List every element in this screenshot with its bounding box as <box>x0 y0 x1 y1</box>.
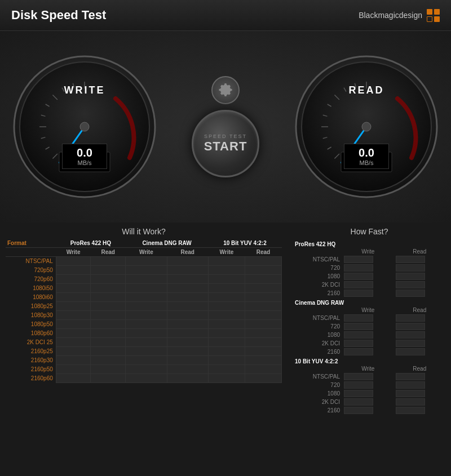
brand-logo: Blackmagicdesign <box>359 9 440 22</box>
read-gauge-wrapper: READ 0.0 MB/s <box>293 54 440 200</box>
data-cell <box>91 347 126 356</box>
how-fast-data-row: NTSC/PAL <box>293 255 445 264</box>
data-cell <box>245 302 281 311</box>
data-cell <box>245 347 281 356</box>
read-unit: MB/s <box>352 159 381 166</box>
format-cell: 2160p25 <box>6 347 56 356</box>
data-cell <box>167 284 208 293</box>
how-fast-cell <box>394 339 446 348</box>
col-yuv-read: Read <box>245 248 281 257</box>
data-cell <box>91 257 126 266</box>
brand-sq1 <box>427 9 432 15</box>
title-bar: Disk Speed Test Blackmagicdesign <box>0 0 451 31</box>
data-cell <box>56 329 91 338</box>
read-value-box: 0.0 MB/s <box>344 144 389 169</box>
format-cell: 2160p30 <box>6 356 56 365</box>
data-cell <box>167 302 208 311</box>
how-fast-cell <box>342 389 393 398</box>
table-row: 720p60 <box>6 275 282 284</box>
data-cell <box>208 284 245 293</box>
data-cell <box>126 356 167 365</box>
svg-point-16 <box>80 122 89 131</box>
how-fast-table: ProRes 422 HQWriteReadNTSC/PAL72010802K … <box>293 239 445 415</box>
data-cell <box>56 356 91 365</box>
brand-sq2 <box>434 9 440 15</box>
data-cell <box>126 257 167 266</box>
col-prores-write: Write <box>56 248 91 257</box>
format-cell: 1080p25 <box>6 302 56 311</box>
data-cell <box>208 275 245 284</box>
how-fast-header-row: WriteRead <box>293 306 445 314</box>
format-cell: 1080p60 <box>6 329 56 338</box>
center-controls: SPEED TEST START <box>192 76 259 177</box>
data-cell <box>208 365 245 374</box>
data-cell <box>208 302 245 311</box>
format-cell: 2K DCI 25 <box>6 338 56 347</box>
data-cell <box>245 356 281 365</box>
how-fast-header-row: WriteRead <box>293 248 445 255</box>
how-fast-cell <box>342 264 393 272</box>
how-fast-cell <box>394 389 446 398</box>
data-cell <box>245 338 281 347</box>
data-cell <box>91 293 126 302</box>
data-cell <box>126 284 167 293</box>
how-fast-header-row: WriteRead <box>293 365 445 372</box>
gear-icon <box>218 83 233 97</box>
data-cell <box>91 365 126 374</box>
how-fast-data-row: 2K DCI <box>293 281 445 289</box>
data-cell <box>245 275 281 284</box>
data-cell <box>167 374 208 383</box>
how-fast-cell <box>342 339 393 348</box>
how-fast-data-row: NTSC/PAL <box>293 372 445 381</box>
table-row: 1080i60 <box>6 293 282 302</box>
start-button[interactable]: SPEED TEST START <box>192 110 259 177</box>
col-yuv-write: Write <box>208 248 245 257</box>
svg-point-34 <box>362 122 371 131</box>
how-fast-cell <box>394 255 446 264</box>
data-cell <box>208 320 245 329</box>
how-fast-group-row: Cinema DNG RAW <box>293 297 445 306</box>
data-cell <box>126 347 167 356</box>
data-cell <box>208 356 245 365</box>
format-cell: 720p50 <box>6 266 56 275</box>
data-cell <box>167 356 208 365</box>
data-cell <box>91 311 126 320</box>
how-fast-cell <box>342 348 393 356</box>
gauges-container: WRITE 0.0 MB/s SPEED TEST START <box>11 54 440 200</box>
data-cell <box>167 275 208 284</box>
data-cell <box>245 374 281 383</box>
data-cell <box>208 329 245 338</box>
data-cell <box>245 311 281 320</box>
table-row: 2K DCI 25 <box>6 338 282 347</box>
data-cell <box>91 338 126 347</box>
how-fast-data-row: 1080 <box>293 389 445 398</box>
table-row: 2160p50 <box>6 365 282 374</box>
data-cell <box>245 329 281 338</box>
data-cell <box>245 293 281 302</box>
data-cell <box>245 320 281 329</box>
data-cell <box>167 329 208 338</box>
will-it-work-title: Will it Work? <box>6 223 282 239</box>
data-cell <box>245 365 281 374</box>
data-cell <box>167 338 208 347</box>
data-cell <box>126 338 167 347</box>
write-label: WRITE <box>11 84 158 96</box>
how-fast-cell <box>342 289 393 297</box>
brand-sq3 <box>427 16 432 22</box>
settings-button[interactable] <box>211 76 240 104</box>
how-fast-panel: How Fast? ProRes 422 HQWriteReadNTSC/PAL… <box>288 223 445 470</box>
data-cell <box>91 356 126 365</box>
how-fast-cell <box>342 255 393 264</box>
will-it-work-panel: Will it Work? Format ProRes 422 HQ Cinem… <box>6 223 288 470</box>
data-cell <box>208 338 245 347</box>
how-fast-cell <box>394 281 446 289</box>
brand-name: Blackmagicdesign <box>359 11 422 20</box>
data-cell <box>167 257 208 266</box>
how-fast-data-row: 720 <box>293 381 445 389</box>
data-cell <box>91 266 126 275</box>
data-cell <box>245 284 281 293</box>
how-fast-cell <box>394 398 446 406</box>
how-fast-data-row: 720 <box>293 264 445 272</box>
how-fast-data-row: 2160 <box>293 406 445 415</box>
format-cell: 1080p30 <box>6 311 56 320</box>
